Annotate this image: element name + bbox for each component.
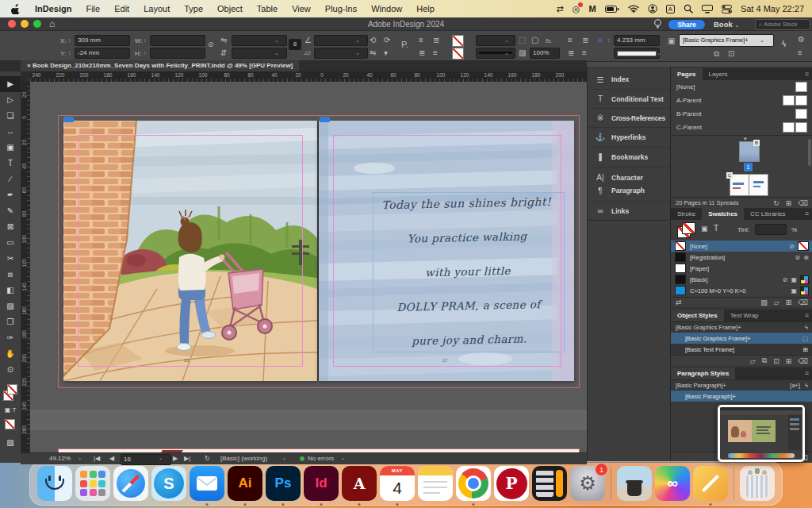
opacity-field[interactable]: 100% xyxy=(530,48,560,59)
menu-edit[interactable]: Edit xyxy=(114,4,129,13)
tool-hand[interactable]: ✋ xyxy=(0,346,21,362)
new-swatch-icon[interactable]: ⊞ xyxy=(786,298,792,306)
ruler-origin[interactable] xyxy=(21,71,30,82)
new-swatch-group-icon[interactable]: ▱ xyxy=(774,298,779,306)
tool-scissors[interactable]: ✂ xyxy=(0,251,21,267)
wifi-icon[interactable] xyxy=(628,5,639,13)
stroke-weight-field[interactable] xyxy=(476,35,515,46)
dock-acrobat-icon[interactable]: A xyxy=(342,466,377,501)
flip-horizontal-button[interactable]: ⇋ xyxy=(370,49,376,57)
screenshot-preview-thumbnail[interactable] xyxy=(718,405,805,462)
rail-index[interactable]: ☰Index xyxy=(588,70,671,89)
page-menu-icon[interactable]: ⌄ xyxy=(159,455,163,460)
rail-cross-references[interactable]: ※Cross-References xyxy=(588,108,671,127)
tool-rectangle[interactable]: ▭ xyxy=(0,235,21,251)
tool-gradient[interactable]: ◧ xyxy=(0,283,21,298)
dock-safari-icon[interactable] xyxy=(113,466,148,501)
tool-free-transform[interactable]: ⧈ xyxy=(0,267,21,283)
tool-content-collector[interactable]: ▣ xyxy=(0,140,21,156)
x-field[interactable]: 309 mm xyxy=(75,35,130,46)
dock-pinterest-icon[interactable]: P xyxy=(494,466,529,501)
learn-bulb-icon[interactable] xyxy=(653,19,662,29)
rail-hyperlinks[interactable]: ⚓Hyperlinks xyxy=(588,127,671,146)
control-menu-icon[interactable]: ≡ xyxy=(798,49,802,57)
dock-downloads-stack-icon[interactable] xyxy=(617,466,652,501)
dock-calendar-icon[interactable]: MAY4 xyxy=(380,466,415,501)
tool-rectangle-frame[interactable]: ⊠ xyxy=(0,219,21,235)
tab-close-icon[interactable]: × xyxy=(27,62,31,69)
swatch-cyan[interactable]: C=100 M=0 Y=0 K=0▣ xyxy=(671,285,812,296)
dock-finder-icon[interactable] xyxy=(37,466,72,501)
control-center-icon[interactable] xyxy=(722,5,732,13)
text-wrap-none-icon[interactable]: ≡ xyxy=(568,37,573,44)
corner-stepper[interactable]: ↕ xyxy=(607,37,611,43)
dock-pages-icon[interactable] xyxy=(693,466,728,501)
fill-proxy-none[interactable] xyxy=(7,384,17,394)
dock-indesign-icon[interactable]: Id xyxy=(304,466,339,501)
canvas[interactable]: Today the sun shines bright! You practic… xyxy=(30,82,587,452)
adobe-stock-search[interactable]: ⌕ Adobe Stock xyxy=(755,19,810,30)
preflight-profile[interactable]: [Basic] (working) xyxy=(220,455,267,462)
menu-clock[interactable]: Sat 4 May 22:27 xyxy=(741,4,804,13)
delete-style-icon[interactable]: ⌫ xyxy=(798,357,808,365)
distribute-icon-1[interactable]: ≣ xyxy=(433,37,439,44)
rotate-cw-button[interactable]: ⟳ xyxy=(384,37,390,44)
next-page-button[interactable]: ▶ xyxy=(173,455,178,462)
tool-zoom[interactable]: ⊙ xyxy=(0,362,21,378)
fill-swatch-none[interactable] xyxy=(452,35,464,47)
menu-file[interactable]: File xyxy=(86,4,100,13)
control-gear-icon[interactable]: ⚙ xyxy=(798,36,805,44)
constrain-dimensions-icon[interactable]: ⊘ xyxy=(208,41,214,48)
clear-attributes-icon[interactable]: ⊡ xyxy=(773,357,779,365)
opacity-checker-icon[interactable]: ▨ xyxy=(519,49,526,57)
apple-menu[interactable] xyxy=(11,3,21,14)
paragraph-styles-menu-icon[interactable]: ≡ xyxy=(805,368,812,379)
menu-help[interactable]: Help xyxy=(416,4,435,13)
dock-creative-cloud-icon[interactable]: ∞ xyxy=(655,466,690,501)
style-override-icon-1[interactable]: ⧉ xyxy=(714,50,719,58)
new-page-icon[interactable]: ⊞ xyxy=(786,199,792,207)
dock-chrome-icon[interactable] xyxy=(456,466,491,501)
dock-illustrator-icon[interactable]: Ai xyxy=(228,466,262,501)
rail-links[interactable]: ∞Links xyxy=(588,201,671,220)
align-icon-2[interactable]: ≣ xyxy=(419,49,425,57)
zoom-level[interactable]: 49.12% xyxy=(49,455,71,462)
user-account-icon[interactable] xyxy=(648,4,657,13)
frame-badge-right[interactable] xyxy=(320,117,330,122)
flip-vertical-button[interactable]: ▾ xyxy=(384,49,388,57)
effects-fx-button[interactable]: fx. xyxy=(546,37,552,44)
parent-row-b[interactable]: B-Parent xyxy=(671,107,812,121)
swatch-none[interactable]: [None]⊘ xyxy=(671,241,812,252)
dock-settings-icon[interactable]: ⚙1 xyxy=(570,466,605,501)
menu-view[interactable]: View xyxy=(292,4,311,13)
dock-notes-icon[interactable] xyxy=(418,466,453,501)
pages-panel-menu-icon[interactable]: ≡ xyxy=(805,68,812,80)
tool-gradient-feather[interactable]: ▨ xyxy=(0,298,21,314)
battery-icon[interactable] xyxy=(605,6,619,13)
tool-type[interactable]: T xyxy=(0,156,21,171)
dock-calculator-icon[interactable] xyxy=(532,466,567,501)
horizontal-ruler[interactable]: 2402202001801601401201008060402002040608… xyxy=(21,71,587,83)
tab-paragraph-styles[interactable]: Paragraph Styles xyxy=(671,368,735,379)
page-1-number-badge[interactable]: 1 xyxy=(744,163,753,171)
x-stepper[interactable]: ↕ xyxy=(68,37,71,43)
delete-swatch-icon[interactable]: ⌫ xyxy=(798,298,808,306)
malwarebytes-icon[interactable]: M xyxy=(588,5,596,13)
tab-swatches[interactable]: Swatches xyxy=(702,208,744,220)
rail-bookmarks[interactable]: ❚Bookmarks xyxy=(588,147,671,166)
text-wrap-bounding-icon[interactable]: ≣ xyxy=(582,37,588,44)
wrap-options-icon-2[interactable]: ≡ xyxy=(582,49,587,57)
tab-text-wrap[interactable]: Text Wrap xyxy=(724,310,765,321)
tool-line[interactable]: ∕ xyxy=(0,171,21,187)
page-number-field[interactable]: 16 xyxy=(121,454,171,465)
corner-options-icon[interactable]: ⌗ xyxy=(598,37,603,44)
tool-pencil[interactable]: ✎ xyxy=(0,203,21,219)
tab-pages[interactable]: Pages xyxy=(671,68,703,80)
menu-object[interactable]: Object xyxy=(217,4,243,13)
errors-menu-icon[interactable]: ⌄ xyxy=(341,455,345,460)
y-field[interactable]: -24 mm xyxy=(75,48,130,59)
wrap-options-icon-1[interactable]: ≣ xyxy=(568,49,574,57)
tint-field[interactable] xyxy=(755,224,787,235)
tab-layers[interactable]: Layers xyxy=(703,68,734,80)
swatches-panel-menu-icon[interactable]: ≡ xyxy=(805,208,812,220)
